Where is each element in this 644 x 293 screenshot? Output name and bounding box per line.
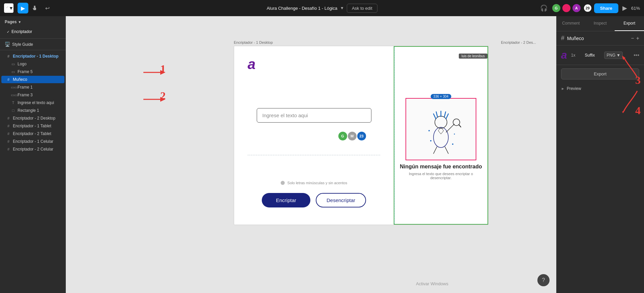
divider-2	[0, 50, 66, 50]
layer-item-enc2cel[interactable]: # Encriptador - 2 Celular	[1, 145, 64, 153]
plus-button[interactable]: +	[636, 35, 639, 41]
main-layout: Pages ▼ ✓ Encriptador 🖥️ Style Guide # E…	[0, 16, 644, 293]
input-placeholder: Ingrese el texto aqui	[262, 112, 308, 118]
title-text: Alura Challenge - Desafío 1 - Lógica	[267, 6, 337, 11]
frame1-label: Encriptador - 1 Desktop	[234, 40, 273, 44]
layer-label-muneco: Muñeco	[13, 77, 27, 82]
right-panel-tabs: Comment Inspect Export	[556, 16, 644, 31]
canvas-area: Encriptador - 1 Desktop Encriptador - 2 …	[66, 16, 556, 293]
layer-label-enc1desktop: Encriptador - 1 Desktop	[13, 54, 58, 59]
help-button[interactable]: ?	[537, 274, 550, 286]
layer-item-frame5[interactable]: ▭ Frame 5	[1, 68, 64, 75]
cursor-tool[interactable]: ▶	[18, 3, 28, 13]
logo-a: a	[248, 56, 255, 72]
svg-point-5	[428, 130, 430, 131]
layer-item-rect1[interactable]: □ Rectangle 1	[1, 107, 64, 114]
frame-container: a Ingrese el texto aqui G M 23	[234, 46, 488, 225]
layers-section: # Encriptador - 1 Desktop ▭ Logo ▭ Frame…	[0, 52, 66, 154]
notification-badge[interactable]: 29	[584, 4, 591, 12]
svg-point-6	[430, 140, 431, 141]
title-caret[interactable]: ▼	[340, 6, 344, 10]
checkbox-dot[interactable]	[281, 181, 285, 185]
layer-item-enc1desktop[interactable]: # Encriptador - 1 Desktop	[1, 53, 64, 60]
minus-button[interactable]: −	[631, 35, 634, 41]
avatar-a[interactable]: A	[572, 3, 581, 13]
svg-point-8	[454, 134, 455, 135]
scale-label[interactable]: 1x	[571, 53, 576, 58]
divider-1	[0, 38, 66, 39]
preview-text: Preview	[567, 86, 581, 91]
export-button[interactable]: Export	[561, 68, 639, 79]
avatar-pink[interactable]	[562, 3, 571, 13]
tab-export[interactable]: Export	[615, 16, 644, 31]
dashed-vertical-line	[394, 47, 395, 224]
frame2-label: Encriptador - 2 Des...	[501, 40, 536, 44]
hand-tool[interactable]	[30, 3, 40, 13]
layer-item-frame1[interactable]: ▭▭ Frame 1	[1, 84, 64, 91]
layer-icon-frame5: ▭	[11, 70, 16, 74]
no-msg-title: Ningún mensaje fue encontrado	[400, 164, 482, 170]
layer-label-enc2desktop: Encriptador - 2 Desktop	[13, 116, 55, 121]
layer-item-muneco[interactable]: # Muñeco	[1, 76, 64, 83]
frame-inner: a Ingrese el texto aqui G M 23	[234, 46, 488, 225]
style-guide-emoji: 🖥️	[5, 42, 10, 47]
svg-marker-14	[622, 109, 625, 113]
layer-item-logo[interactable]: ▭ Logo	[1, 60, 64, 68]
more-button[interactable]: •••	[634, 52, 639, 58]
tooltip-label: luis de leonibus	[459, 54, 487, 59]
layer-item-enc1cel[interactable]: # Encriptador - 1 Celular	[1, 138, 64, 145]
tab-inspect[interactable]: Inspect	[586, 16, 615, 31]
preview-a: a	[561, 49, 567, 61]
layer-label-ingrese: Ingrese el texto aqui	[18, 100, 54, 105]
format-dropdown[interactable]: PNG ▼	[604, 52, 623, 59]
layer-icon-text: T	[11, 101, 16, 105]
desencriptar-button[interactable]: Desencriptar	[316, 193, 366, 207]
preview-section: a 1x Suffix PNG ▼ •••	[556, 45, 644, 65]
layer-icon-frame1: ▭▭	[11, 85, 16, 90]
layer-item-enc2tablet[interactable]: # Encriptador - 2 Tablet	[1, 130, 64, 137]
layer-label-logo: Logo	[18, 62, 27, 66]
ask-to-edit-button[interactable]: Ask to edit	[347, 4, 377, 13]
frame-right: luis de leonibus 336 × 304	[394, 46, 488, 225]
preview-toggle[interactable]: ► Preview	[556, 83, 644, 94]
figma-logo[interactable]: ▼	[4, 3, 13, 13]
avatar-group: G A	[552, 3, 581, 13]
dashed-separator	[248, 155, 380, 155]
layer-icon-enc2t: #	[6, 132, 11, 136]
export-section: Export	[556, 65, 644, 83]
share-button[interactable]: Share	[594, 3, 618, 13]
layer-item-enc2desktop[interactable]: # Encriptador - 2 Desktop	[1, 115, 64, 122]
windows-hint: Activar Windows	[416, 281, 448, 286]
format-label: PNG	[607, 53, 615, 58]
avatar-g-canvas: G	[338, 132, 347, 140]
toolbar-tools: ▶ ↩	[18, 3, 53, 13]
layer-label-enc2cel: Encriptador - 2 Celular	[13, 147, 53, 152]
layer-icon-enc1t: #	[6, 124, 11, 128]
avatar-g[interactable]: G	[552, 3, 561, 13]
input-field[interactable]: Ingrese el texto aqui	[257, 108, 371, 123]
topbar-right: 🎧 G A 29 Share ▶ 61%	[539, 3, 640, 13]
buttons-row: Encriptar Desencriptar	[262, 193, 366, 207]
page-item-encriptador[interactable]: ✓ Encriptador	[0, 28, 66, 36]
layer-item-frame3[interactable]: ▭▭ Frame 3	[1, 91, 64, 99]
size-badge: 336 × 304	[431, 94, 451, 99]
svg-marker-12	[160, 97, 165, 102]
style-guide-item[interactable]: 🖥️ Style Guide	[0, 40, 66, 48]
pages-header[interactable]: Pages ▼	[0, 16, 66, 26]
layer-label-enc1tablet: Encriptador - 1 Tablet	[13, 124, 51, 128]
play-icon[interactable]: ▶	[621, 3, 628, 13]
layer-icon-frame3: ▭▭	[11, 93, 16, 97]
svg-point-7	[452, 143, 453, 145]
headphone-icon[interactable]: 🎧	[539, 3, 549, 13]
check-icon: ✓	[7, 30, 9, 34]
scale-section: 1x Suffix PNG ▼ •••	[571, 52, 639, 59]
layer-label-enc2tablet: Encriptador - 2 Tablet	[13, 131, 51, 136]
layer-item-enc1tablet[interactable]: # Encriptador - 1 Tablet	[1, 122, 64, 130]
zoom-level[interactable]: 61%	[631, 6, 640, 11]
layer-label-frame3: Frame 3	[18, 93, 33, 97]
redo-tool[interactable]: ↩	[42, 3, 53, 13]
layer-item-ingrese[interactable]: T Ingrese el texto aqui	[1, 99, 64, 106]
tab-comment[interactable]: Comment	[556, 16, 586, 31]
frame-left: a Ingrese el texto aqui G M 23	[234, 46, 394, 225]
encriptar-button[interactable]: Encriptar	[262, 193, 310, 207]
